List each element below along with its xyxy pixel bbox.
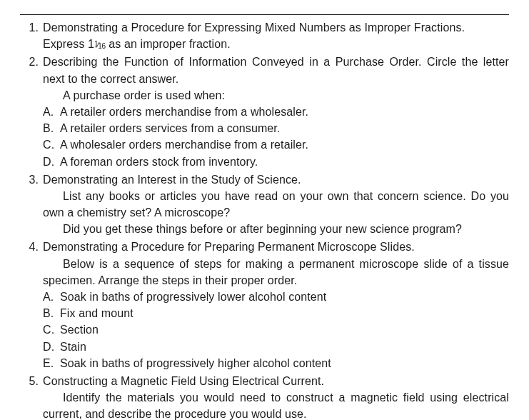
choice-label: B. xyxy=(43,120,60,136)
choice-text: Section xyxy=(60,321,99,338)
question-body: Describing the Function of Information C… xyxy=(43,54,509,169)
choice-item: B.Fix and mount xyxy=(43,305,509,321)
question-body: Demonstrating a Procedure for Expressing… xyxy=(43,19,509,52)
choice-item: A.Soak in baths of progressively lower a… xyxy=(43,289,509,305)
question-title: Demonstrating a Procedure for Expressing… xyxy=(43,19,509,36)
question-paragraph: List any books or articles you have read… xyxy=(43,188,509,221)
document-page: 1. Demonstrating a Procedure for Express… xyxy=(0,0,529,420)
question-number: 3. xyxy=(20,171,43,238)
mixed-number: 11⁄16 xyxy=(88,38,106,50)
choice-item: E.Soak in baths of progressively higher … xyxy=(43,355,509,371)
choice-list: A.A retailer orders merchandise from a w… xyxy=(43,104,509,170)
question-number: 4. xyxy=(20,239,43,371)
question-item: 2. Describing the Function of Informatio… xyxy=(20,54,509,169)
choice-label: C. xyxy=(43,321,60,338)
choice-item: D.A foreman orders stock from inventory. xyxy=(43,154,509,170)
choice-label: A. xyxy=(43,289,60,305)
choice-text: A foreman orders stock from inventory. xyxy=(60,154,258,170)
question-item: 4. Demonstrating a Procedure for Prepari… xyxy=(20,239,509,371)
choice-label: E. xyxy=(43,355,60,371)
choice-text: A wholesaler orders merchandise from a r… xyxy=(60,136,308,153)
choice-label: D. xyxy=(43,154,60,170)
choice-list: A.Soak in baths of progressively lower a… xyxy=(43,289,509,371)
text-fragment: as an improper fraction. xyxy=(106,38,231,50)
question-body: Demonstrating an Interest in the Study o… xyxy=(43,171,509,238)
choice-text: A retailer orders services from a consum… xyxy=(60,120,280,136)
question-body: Demonstrating a Procedure for Preparing … xyxy=(43,239,509,371)
choice-text: A retailer orders merchandise from a who… xyxy=(60,104,308,120)
question-number: 1. xyxy=(20,19,43,52)
question-title: Demonstrating a Procedure for Preparing … xyxy=(43,239,509,255)
choice-label: C. xyxy=(43,136,60,153)
question-paragraph: Below is a sequence of steps for making … xyxy=(43,256,509,289)
text-fragment: Express xyxy=(43,38,88,50)
choice-item: C.Section xyxy=(43,321,509,338)
choice-item: B.A retailer orders services from a cons… xyxy=(43,120,509,136)
question-number: 2. xyxy=(20,54,43,169)
choice-text: Stain xyxy=(60,339,86,355)
question-item: 3. Demonstrating an Interest in the Stud… xyxy=(20,171,509,238)
question-paragraph: Did you get these things before or after… xyxy=(43,221,509,237)
question-line: Express 11⁄16 as an improper fraction. xyxy=(43,36,509,52)
question-list: 1. Demonstrating a Procedure for Express… xyxy=(20,19,509,420)
question-item: 5. Constructing a Magnetic Field Using E… xyxy=(20,373,509,420)
question-paragraph: Identify the materials you would need to… xyxy=(43,389,509,420)
question-title: Constructing a Magnetic Field Using Elec… xyxy=(43,373,509,389)
question-title: Describing the Function of Information C… xyxy=(43,54,509,86)
question-number: 5. xyxy=(20,373,43,420)
whole-part: 1 xyxy=(88,38,94,50)
fraction-denominator: 16 xyxy=(98,42,106,50)
choice-text: Soak in baths of progressively higher al… xyxy=(60,355,331,371)
question-stem: A purchase order is used when: xyxy=(43,87,509,104)
choice-label: D. xyxy=(43,339,60,355)
question-title: Demonstrating an Interest in the Study o… xyxy=(43,171,509,188)
choice-item: A.A retailer orders merchandise from a w… xyxy=(43,104,509,120)
choice-text: Soak in baths of progressively lower alc… xyxy=(60,289,326,305)
question-item: 1. Demonstrating a Procedure for Express… xyxy=(20,19,509,52)
choice-label: B. xyxy=(43,305,60,321)
choice-text: Fix and mount xyxy=(60,305,133,321)
question-body: Constructing a Magnetic Field Using Elec… xyxy=(43,373,509,420)
choice-item: D.Stain xyxy=(43,339,509,355)
top-rule xyxy=(20,14,509,15)
choice-item: C.A wholesaler orders merchandise from a… xyxy=(43,136,509,153)
choice-label: A. xyxy=(43,104,60,120)
